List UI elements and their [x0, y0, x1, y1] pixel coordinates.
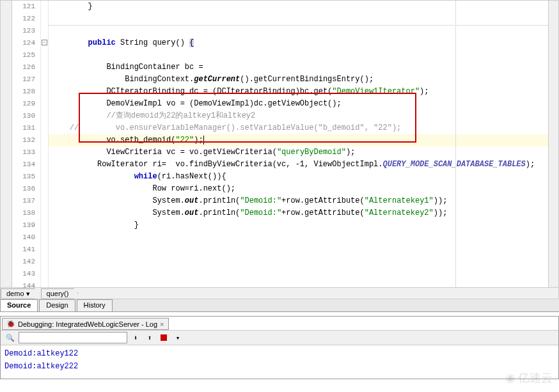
line-number: 124 — [12, 37, 40, 49]
line-number: 125 — [12, 49, 40, 61]
code-line[interactable]: DemoViewImpl vo = (DemoViewImpl)dc.getVi… — [49, 98, 558, 110]
code-line[interactable] — [49, 49, 558, 61]
log-tab[interactable]: 🐞 Debugging: IntegratedWebLogicServer - … — [2, 318, 169, 330]
log-panel: 🐞 Debugging: IntegratedWebLogicServer - … — [0, 316, 559, 379]
marker-strip — [1, 1, 12, 287]
log-tab-title: Debugging: IntegratedWebLogicServer - Lo… — [18, 320, 157, 328]
code-line[interactable]: while(ri.hasNext()){ — [49, 171, 558, 183]
fold-toggle[interactable]: − — [42, 40, 47, 45]
watermark: ◉ 亿速云 — [505, 370, 553, 386]
code-line[interactable]: ViewCriteria vc = vo.getViewCriteria("qu… — [49, 146, 558, 159]
breadcrumb[interactable]: demo ▾query() — [0, 288, 559, 299]
code-line[interactable]: BindingContainer bc = — [49, 61, 558, 74]
tab-design[interactable]: Design — [39, 299, 75, 311]
line-number: 122 — [12, 13, 40, 25]
line-number: 128 — [12, 86, 40, 98]
code-line[interactable]: } — [49, 1, 558, 13]
line-number: 143 — [12, 268, 40, 280]
line-number: 139 — [12, 219, 40, 231]
line-number: 126 — [12, 61, 40, 74]
line-number: 137 — [12, 195, 40, 207]
line-number: 138 — [12, 207, 40, 219]
tab-history[interactable]: History — [77, 299, 113, 311]
line-number: 142 — [12, 256, 40, 268]
line-number: 132 — [12, 134, 40, 146]
code-line[interactable] — [49, 268, 558, 280]
code-line[interactable] — [49, 244, 558, 256]
line-number: 127 — [12, 74, 40, 86]
editor-tabs[interactable]: SourceDesignHistory — [0, 299, 559, 312]
code-line[interactable]: // vo.ensureVariableManager().setVariabl… — [49, 122, 558, 134]
code-editor[interactable]: 1211221231241251261271281291301311321331… — [0, 0, 559, 288]
code-area[interactable]: } public String query() { BindingContain… — [49, 1, 558, 287]
line-number-gutter: 1211221231241251261271281291301311321331… — [12, 1, 41, 287]
breadcrumb-item[interactable]: demo ▾ — [1, 288, 40, 299]
code-line[interactable] — [49, 231, 558, 244]
line-number: 136 — [12, 183, 40, 195]
code-line[interactable]: System.out.println("Demoid:"+row.getAttr… — [49, 207, 558, 219]
line-number: 131 — [12, 122, 40, 134]
log-line: Demoid:altkey222 — [4, 362, 555, 375]
code-line[interactable]: public String query() { — [49, 37, 558, 49]
code-line[interactable]: DCIteratorBinding dc = (DCIteratorBindin… — [49, 86, 558, 98]
line-number: 129 — [12, 98, 40, 110]
log-output[interactable]: Demoid:altkey122Demoid:altkey222 — [1, 345, 558, 379]
line-number: 135 — [12, 171, 40, 183]
arrow-down-icon[interactable]: ⬇ — [130, 332, 141, 343]
code-line[interactable] — [49, 13, 558, 25]
code-line[interactable]: RowIterator ri= vo.findByViewCriteria(vc… — [49, 159, 558, 171]
code-line[interactable] — [49, 280, 558, 287]
watermark-icon: ◉ — [505, 371, 516, 385]
code-line[interactable]: BindingContext.getCurrent().getCurrentBi… — [49, 74, 558, 86]
log-line: Demoid:altkey122 — [4, 349, 555, 362]
bug-icon: 🐞 — [6, 320, 15, 328]
line-number: 134 — [12, 159, 40, 171]
line-number: 130 — [12, 110, 40, 122]
tab-source[interactable]: Source — [0, 299, 38, 311]
log-toolbar: 🔍 ⬇ ⬆ ▾ — [1, 330, 558, 345]
line-number: 140 — [12, 231, 40, 244]
close-icon[interactable]: × — [160, 320, 164, 328]
code-line[interactable] — [49, 25, 558, 37]
code-line[interactable]: vo.setb_demoid("22"); — [49, 134, 558, 146]
code-line[interactable] — [49, 256, 558, 268]
line-number: 123 — [12, 25, 40, 37]
fold-strip[interactable]: − — [41, 1, 49, 287]
code-line[interactable]: Row row=ri.next(); — [49, 183, 558, 195]
breadcrumb-item[interactable]: query() — [41, 288, 79, 299]
menu-icon[interactable]: ▾ — [172, 332, 184, 343]
code-line[interactable]: } — [49, 219, 558, 231]
stop-icon[interactable] — [158, 332, 169, 343]
vertical-scrollbar[interactable] — [548, 1, 558, 287]
arrow-up-icon[interactable]: ⬆ — [144, 332, 155, 343]
line-number: 121 — [12, 1, 40, 13]
find-icon[interactable]: 🔍 — [4, 332, 16, 343]
code-line[interactable]: //查询demoid为22的altkey1和altkey2 — [49, 110, 558, 122]
line-number: 133 — [12, 146, 40, 159]
log-search-input[interactable] — [19, 332, 127, 343]
watermark-text: 亿速云 — [518, 370, 553, 386]
code-line[interactable]: System.out.println("Demoid:"+row.getAttr… — [49, 195, 558, 207]
line-number: 141 — [12, 244, 40, 256]
